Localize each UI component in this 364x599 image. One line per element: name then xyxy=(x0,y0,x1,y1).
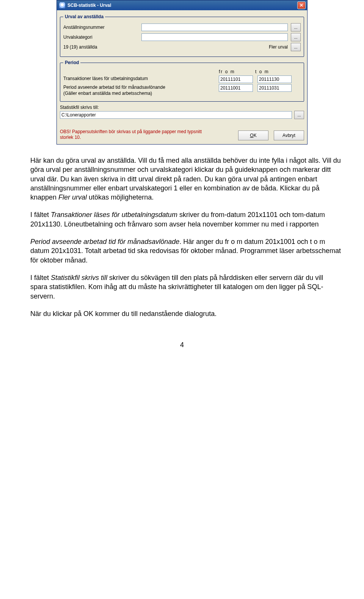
ellipsis-icon: ... xyxy=(294,25,297,30)
cancel-button[interactable]: Avbryt xyxy=(274,130,304,140)
label-fler-urval: Fler urval xyxy=(269,44,288,50)
warning-text: OBS! Pappersutskriften bör skrivas ut på… xyxy=(60,129,212,140)
paragraph-4: I fältet Statistikfil skrivs till skrive… xyxy=(30,273,341,301)
input-statistikfil[interactable] xyxy=(60,111,292,119)
label-anstallningsnummer: Anställningsnummer xyxy=(63,25,139,30)
dialog-scb-statistik: SCB-statistik - Urval ✕ Urval av anställ… xyxy=(56,0,308,145)
ok-button[interactable]: OK xyxy=(238,130,268,140)
label-transaktioner: Transaktioner läses för utbetalningsdatu… xyxy=(63,75,219,82)
browse-statistikfil-button[interactable]: ... xyxy=(294,111,304,119)
close-button[interactable]: ✕ xyxy=(297,2,306,9)
input-trans-from[interactable] xyxy=(219,75,253,83)
group-urval-legend: Urval av anställda xyxy=(63,14,105,19)
group-period-legend: Period xyxy=(63,60,80,65)
ellipsis-icon: ... xyxy=(294,45,297,49)
group-period: Period fr o m t o m Transaktioner läses … xyxy=(60,60,304,102)
page-number: 4 xyxy=(0,341,364,349)
window-title: SCB-statistik - Urval xyxy=(67,3,297,8)
paragraph-3: Period avseende arbetad tid för månadsav… xyxy=(30,237,341,265)
input-arbetad-from[interactable] xyxy=(219,84,253,92)
input-urvalskategori[interactable] xyxy=(141,33,288,41)
paragraph-5: När du klickar på OK kommer du till neda… xyxy=(30,309,341,318)
input-trans-to[interactable] xyxy=(257,75,292,83)
paragraph-2: I fältet Transaktioner läses för utbetal… xyxy=(30,210,341,229)
close-icon: ✕ xyxy=(300,3,303,8)
column-header-from: fr o m xyxy=(219,69,255,74)
ok-button-rest: K xyxy=(254,133,257,138)
ellipsis-icon: ... xyxy=(294,35,297,39)
browse-anstallningsnummer-button[interactable]: ... xyxy=(291,23,301,31)
input-anstallningsnummer[interactable] xyxy=(141,24,288,31)
label-statistikfil: Statistikfil skrivs till: xyxy=(60,105,304,110)
paragraph-1: Här kan du göra urval av anställda. Vill… xyxy=(30,156,341,202)
label-arbetad-tid: Period avseende arbetad tid för månadsav… xyxy=(63,84,219,96)
label-urvalskategori: Urvalskategori xyxy=(63,35,139,40)
employee-count: 19 (19) anställda xyxy=(63,44,97,50)
browse-urvalskategori-button[interactable]: ... xyxy=(291,33,301,41)
column-header-to: t o m xyxy=(255,69,292,74)
ellipsis-icon: ... xyxy=(297,113,301,117)
input-arbetad-to[interactable] xyxy=(257,84,292,92)
fler-urval-button[interactable]: ... xyxy=(291,43,301,51)
titlebar: SCB-statistik - Urval ✕ xyxy=(57,0,307,10)
app-icon xyxy=(59,2,65,8)
group-urval-av-anstallda: Urval av anställda Anställningsnummer ..… xyxy=(60,14,304,57)
document-body: Här kan du göra urval av anställda. Vill… xyxy=(0,156,364,318)
